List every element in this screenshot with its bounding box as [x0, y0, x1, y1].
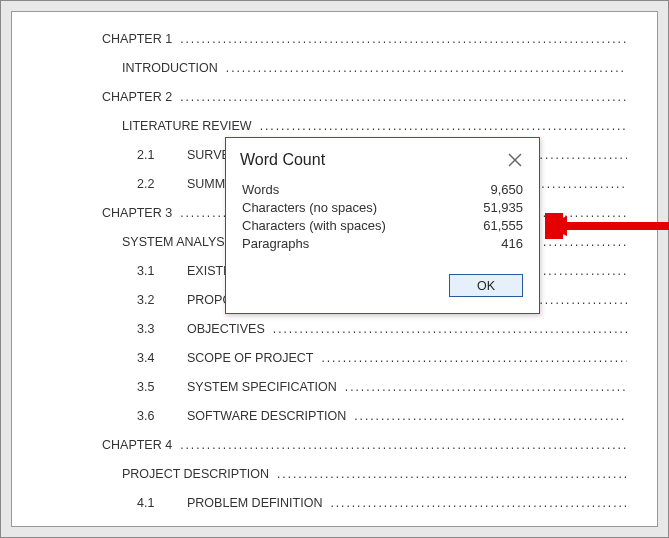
dialog-header: Word Count	[226, 138, 539, 178]
toc-leader-dots	[330, 496, 627, 510]
toc-entry: CHAPTER 2	[102, 90, 627, 104]
toc-label: INTRODUCTION	[122, 61, 218, 75]
word-count-dialog: Word Count Words9,650Characters (no spac…	[225, 137, 540, 314]
stat-row: Paragraphs416	[242, 236, 523, 251]
toc-number: 3.4	[137, 351, 177, 365]
toc-label: CHAPTER 3	[102, 206, 172, 220]
toc-entry: 3.4SCOPE OF PROJECT	[137, 351, 627, 365]
toc-number: 3.6	[137, 409, 177, 423]
toc-label: CHAPTER 2	[102, 90, 172, 104]
toc-number: 2.1	[137, 148, 177, 162]
toc-leader-dots	[180, 438, 627, 452]
svg-marker-4	[545, 216, 567, 236]
toc-leader-dots	[180, 32, 627, 46]
toc-leader-dots	[345, 380, 627, 394]
ok-button[interactable]: OK	[449, 274, 523, 297]
dialog-footer: OK	[226, 256, 539, 313]
toc-leader-dots	[277, 467, 627, 481]
stat-value: 9,650	[490, 182, 523, 197]
stat-value: 416	[501, 236, 523, 251]
stat-row: Characters (no spaces)51,935	[242, 200, 523, 215]
stat-value: 61,555	[483, 218, 523, 233]
toc-label: LITERATURE REVIEW	[122, 119, 252, 133]
toc-number: 2.2	[137, 177, 177, 191]
toc-label: SYSTEM SPECIFICATION	[187, 380, 337, 394]
toc-entry: PROJECT DESCRIPTION	[122, 467, 627, 481]
toc-label: SCOPE OF PROJECT	[187, 351, 313, 365]
toc-entry: 3.6SOFTWARE DESCRIPTION	[137, 409, 627, 423]
toc-number: 3.1	[137, 264, 177, 278]
toc-label: PROBLEM DEFINITION	[187, 496, 322, 510]
stat-label: Paragraphs	[242, 236, 309, 251]
toc-entry: 3.3OBJECTIVES	[137, 322, 627, 336]
toc-entry: LITERATURE REVIEW	[122, 119, 627, 133]
svg-rect-5	[565, 222, 669, 230]
dialog-body: Words9,650Characters (no spaces)51,935Ch…	[226, 178, 539, 256]
toc-number: 3.3	[137, 322, 177, 336]
toc-entry: CHAPTER 4	[102, 438, 627, 452]
toc-label: CHAPTER 1	[102, 32, 172, 46]
toc-entry: INTRODUCTION	[122, 61, 627, 75]
annotation-arrow-icon	[545, 213, 669, 239]
toc-entry: CHAPTER 1	[102, 32, 627, 46]
toc-label: PROJECT DESCRIPTION	[122, 467, 269, 481]
close-icon[interactable]	[503, 148, 527, 172]
toc-leader-dots	[354, 409, 627, 423]
toc-entry: 3.5SYSTEM SPECIFICATION	[137, 380, 627, 394]
stat-label: Characters (no spaces)	[242, 200, 377, 215]
dialog-title: Word Count	[240, 151, 325, 169]
toc-label: OBJECTIVES	[187, 322, 265, 336]
toc-number: 4.1	[137, 496, 177, 510]
toc-number: 3.2	[137, 293, 177, 307]
stat-label: Words	[242, 182, 279, 197]
toc-leader-dots	[260, 119, 627, 133]
stat-value: 51,935	[483, 200, 523, 215]
toc-leader-dots	[226, 61, 627, 75]
toc-number: 3.5	[137, 380, 177, 394]
toc-label: CHAPTER 4	[102, 438, 172, 452]
toc-entry: 4.1PROBLEM DEFINITION	[137, 496, 627, 510]
stat-row: Characters (with spaces)61,555	[242, 218, 523, 233]
toc-leader-dots	[180, 90, 627, 104]
toc-leader-dots	[273, 322, 627, 336]
toc-label: SYSTEM ANALYSIS	[122, 235, 236, 249]
stat-row: Words9,650	[242, 182, 523, 197]
toc-leader-dots	[321, 351, 627, 365]
stat-label: Characters (with spaces)	[242, 218, 386, 233]
toc-label: SOFTWARE DESCRIPTION	[187, 409, 346, 423]
